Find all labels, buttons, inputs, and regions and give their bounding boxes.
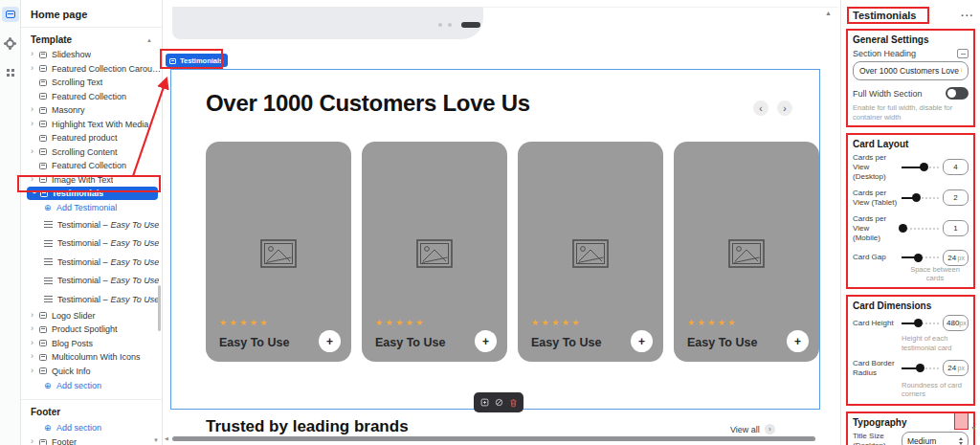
field-label: Cards per View (Mobile) bbox=[853, 214, 898, 243]
view-all-link[interactable]: View all bbox=[730, 425, 760, 434]
duplicate-icon[interactable] bbox=[480, 398, 489, 407]
chevron-right-icon[interactable]: › bbox=[31, 63, 33, 73]
sidebar-item-testimonial-block-4[interactable]: Testimonial –Easy To Use bbox=[21, 272, 162, 291]
view-all-arrow-icon[interactable]: › bbox=[765, 424, 775, 434]
apps-nav-button[interactable] bbox=[2, 64, 19, 79]
add-section-button-template[interactable]: ⊕Add section bbox=[21, 378, 162, 393]
hide-section-icon[interactable] bbox=[495, 398, 503, 407]
help-text: Enable for full width, disable for conta… bbox=[853, 103, 969, 122]
sidebar-item-highlight-text-with-media[interactable]: ›Highlight Text With Media bbox=[21, 118, 162, 132]
slider-thumb[interactable] bbox=[912, 193, 921, 202]
cards-per-view-desktop-slider[interactable] bbox=[902, 163, 939, 171]
card-border-radius-slider[interactable] bbox=[902, 364, 939, 372]
sidebar-item-logo-slider[interactable]: ›Logo Slider bbox=[21, 309, 162, 323]
value-input[interactable]: 4 bbox=[943, 159, 969, 175]
scroll-down-icon[interactable]: ▼ bbox=[970, 425, 977, 432]
expand-card-button[interactable]: + bbox=[631, 330, 653, 352]
cards-per-view-mobile-slider[interactable] bbox=[902, 224, 939, 233]
section-icon bbox=[39, 439, 47, 445]
sidebar-item-slideshow[interactable]: ›Slideshow bbox=[21, 48, 162, 62]
title-size-desktop-select[interactable]: Medium bbox=[902, 432, 969, 445]
section-icon bbox=[40, 190, 48, 197]
add-testimonial-button[interactable]: ⊕Add Testimonial bbox=[21, 200, 162, 215]
sidebar-item-featured-product[interactable]: Featured product bbox=[21, 131, 162, 145]
slider-thumb[interactable] bbox=[914, 254, 923, 262]
scroll-down-icon[interactable]: ▼ bbox=[153, 437, 159, 443]
chevron-right-icon[interactable]: › bbox=[31, 323, 33, 333]
dynamic-source-icon[interactable] bbox=[957, 49, 969, 58]
sidebar-item-featured-collection-carousel[interactable]: ›Featured Collection Carousel bbox=[21, 62, 162, 77]
carousel-prev-button[interactable]: ‹ bbox=[753, 100, 768, 116]
chevron-right-icon[interactable]: › bbox=[31, 146, 33, 156]
add-section-button-footer[interactable]: ⊕Add section bbox=[21, 420, 162, 435]
slider-thumb[interactable] bbox=[914, 319, 923, 327]
sidebar-item-masonry[interactable]: ›Masonry bbox=[21, 103, 162, 118]
carousel-next-button[interactable]: › bbox=[777, 100, 792, 116]
sidebar-item-testimonial-block-3[interactable]: Testimonial –Easy To Use bbox=[21, 253, 162, 272]
testimonial-card[interactable]: ★★★★★ Easy To Use + bbox=[206, 142, 351, 362]
horizontal-scrollbar[interactable] bbox=[172, 436, 815, 441]
sections-nav-button[interactable] bbox=[2, 7, 19, 22]
delete-section-icon[interactable] bbox=[509, 398, 518, 408]
section-heading-input[interactable] bbox=[853, 61, 969, 80]
chevron-right-icon[interactable]: › bbox=[31, 104, 33, 114]
value-input[interactable]: 1 bbox=[943, 220, 969, 236]
expand-card-button[interactable]: + bbox=[319, 330, 341, 352]
divider bbox=[21, 399, 162, 400]
testimonial-card[interactable]: ★★★★★ Easy To Use + bbox=[674, 142, 819, 362]
sidebar-item-image-with-text[interactable]: ›Image With Text bbox=[21, 173, 162, 188]
section-icon bbox=[39, 326, 47, 333]
more-options-icon[interactable]: ··· bbox=[961, 10, 974, 21]
chevron-right-icon[interactable]: › bbox=[31, 174, 33, 184]
chevron-right-icon[interactable]: › bbox=[31, 49, 33, 58]
sidebar-item-testimonial-block-5[interactable]: Testimonial –Easy To Use bbox=[21, 290, 162, 309]
footer-group-header[interactable]: Footer bbox=[21, 402, 162, 420]
full-width-toggle[interactable] bbox=[946, 87, 969, 100]
card-gap-slider[interactable] bbox=[902, 254, 939, 262]
chevron-right-icon[interactable]: › bbox=[31, 119, 33, 128]
expand-card-button[interactable]: + bbox=[475, 330, 497, 352]
value-input[interactable]: 24px bbox=[943, 360, 969, 376]
cards-per-view-tablet-slider[interactable] bbox=[902, 193, 939, 202]
sidebar-item-testimonial-block-1[interactable]: Testimonial –Easy To Use bbox=[21, 215, 162, 234]
chevron-down-icon[interactable]: › bbox=[30, 191, 39, 194]
sidebar-item-testimonial-block-2[interactable]: Testimonial –Easy To Use bbox=[21, 234, 162, 254]
carousel-dot[interactable] bbox=[438, 23, 442, 27]
card-height-slider[interactable] bbox=[902, 319, 939, 327]
sidebar-item-multicolumn-with-icons[interactable]: ›Multicolumn With Icons bbox=[21, 350, 162, 365]
slider-thumb[interactable] bbox=[899, 224, 907, 233]
testimonial-card[interactable]: ★★★★★ Easy To Use + bbox=[518, 142, 663, 362]
field-label: Cards per View (Tablet) bbox=[853, 189, 898, 208]
testimonial-card[interactable]: ★★★★★ Easy To Use + bbox=[362, 142, 507, 362]
sidebar-item-featured-collection-2[interactable]: Featured Collection bbox=[21, 159, 162, 173]
value-input[interactable]: 480px bbox=[943, 315, 969, 331]
sidebar-item-testimonials-selected[interactable]: ›Testimonials bbox=[27, 187, 158, 200]
sidebar-item-blog-posts[interactable]: ›Blog Posts bbox=[21, 337, 162, 351]
sidebar-item-footer[interactable]: ›Footer bbox=[21, 435, 162, 445]
slider-thumb[interactable] bbox=[916, 364, 924, 372]
section-badge-testimonials[interactable]: Testimonials bbox=[166, 54, 228, 67]
chevron-right-icon[interactable]: › bbox=[31, 366, 33, 375]
template-group-header[interactable]: Template ▲ bbox=[21, 30, 162, 48]
sidebar-item-scrolling-content[interactable]: ›Scrolling Content bbox=[21, 145, 162, 160]
chevron-right-icon[interactable]: › bbox=[31, 310, 33, 320]
sidebar-item-scrolling-text[interactable]: Scrolling Text bbox=[21, 76, 162, 90]
card-title: Easy To Use bbox=[219, 336, 289, 349]
carousel-dot[interactable] bbox=[448, 23, 452, 27]
sidebar-item-featured-collection[interactable]: Featured Collection bbox=[21, 90, 162, 104]
scroll-up-icon[interactable]: ▲ bbox=[825, 10, 832, 16]
sidebar-scrollbar-thumb[interactable] bbox=[158, 285, 161, 331]
chevron-right-icon[interactable]: › bbox=[31, 338, 33, 347]
chevron-right-icon[interactable]: › bbox=[31, 351, 33, 361]
value-input[interactable]: 2 bbox=[943, 189, 969, 206]
value-input[interactable]: 24px bbox=[943, 250, 969, 266]
sidebar-item-product-spotlight[interactable]: ›Product Spotlight bbox=[21, 323, 162, 337]
sidebar-item-quick-info[interactable]: ›Quick Info bbox=[21, 365, 162, 379]
slider-thumb[interactable] bbox=[920, 163, 928, 171]
settings-nav-button[interactable] bbox=[2, 35, 19, 51]
scroll-left-icon[interactable]: ◀ bbox=[165, 435, 168, 441]
collapse-icon[interactable]: ▲ bbox=[146, 37, 152, 43]
expand-card-button[interactable]: + bbox=[787, 330, 809, 352]
chevron-right-icon[interactable]: › bbox=[31, 436, 33, 445]
carousel-active-indicator[interactable] bbox=[461, 22, 480, 28]
